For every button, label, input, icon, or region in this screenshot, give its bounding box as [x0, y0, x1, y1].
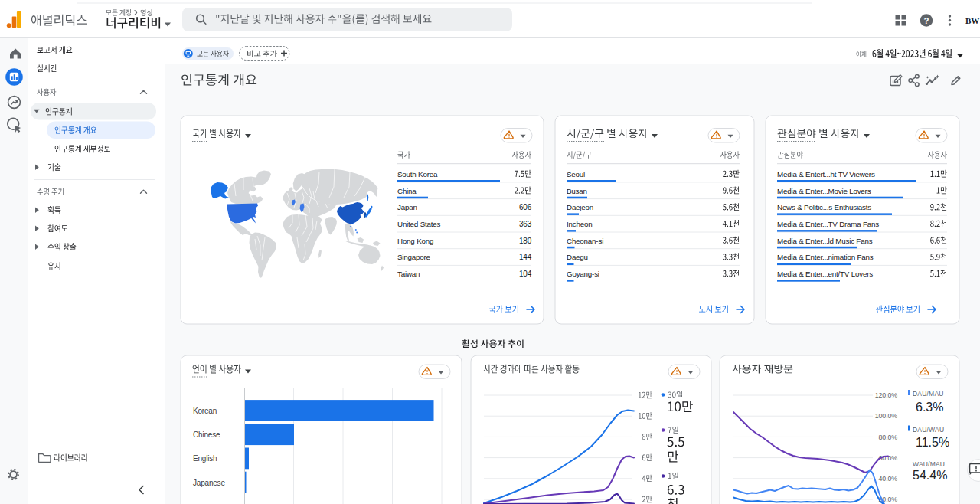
svg-text:Seoul: Seoul — [567, 170, 585, 178]
svg-text:Media & Enter...TV Drama Fans: Media & Enter...TV Drama Fans — [777, 220, 879, 228]
svg-text:China: China — [397, 187, 416, 195]
svg-text:Media & Enter...nimation Fans: Media & Enter...nimation Fans — [777, 253, 874, 261]
svg-text:6.3%: 6.3% — [916, 401, 943, 414]
svg-text:Media & Enter...ld Music Fans: Media & Enter...ld Music Fans — [777, 237, 873, 245]
svg-text:English: English — [193, 454, 217, 463]
svg-text:Busan: Busan — [567, 187, 587, 195]
svg-text:DAU/WAU: DAU/WAU — [913, 426, 944, 434]
svg-text:144: 144 — [519, 253, 532, 261]
svg-text:54.4%: 54.4% — [913, 469, 947, 482]
svg-text:120.0%: 120.0% — [875, 391, 898, 399]
svg-text:DAU/MAU: DAU/MAU — [913, 390, 944, 398]
svg-text:Cheonan-si: Cheonan-si — [567, 237, 603, 245]
svg-text:South Korea: South Korea — [397, 170, 438, 178]
svg-text:Media & Enter...ent/TV Lovers: Media & Enter...ent/TV Lovers — [777, 270, 873, 278]
svg-text:WAU/MAU: WAU/MAU — [913, 460, 945, 468]
svg-text:?: ? — [923, 16, 929, 25]
svg-text:News & Politic...s Enthusiasts: News & Politic...s Enthusiasts — [777, 203, 871, 211]
svg-text:Daegu: Daegu — [567, 253, 588, 261]
svg-text:11.5%: 11.5% — [916, 436, 949, 449]
svg-text:180: 180 — [519, 237, 532, 245]
svg-text:Incheon: Incheon — [567, 220, 592, 228]
svg-text:40.0%: 40.0% — [879, 475, 898, 483]
svg-text:Japan: Japan — [397, 203, 417, 211]
svg-text:100.0%: 100.0% — [875, 412, 898, 420]
svg-text:Media & Entert...ht TV Viewers: Media & Entert...ht TV Viewers — [777, 170, 875, 178]
svg-text:606: 606 — [519, 203, 532, 211]
svg-text:104: 104 — [519, 270, 532, 278]
svg-text:Hong Kong: Hong Kong — [397, 237, 433, 245]
svg-text:Chinese: Chinese — [193, 430, 220, 439]
svg-text:BW: BW — [965, 16, 979, 25]
svg-text:363: 363 — [519, 220, 532, 228]
svg-text:Goyang-si: Goyang-si — [567, 270, 599, 278]
svg-text:United States: United States — [397, 220, 441, 228]
svg-text:Korean: Korean — [193, 407, 217, 415]
svg-text:80.0%: 80.0% — [879, 434, 898, 441]
svg-text:Singapore: Singapore — [397, 253, 431, 261]
svg-text:Japanese: Japanese — [193, 479, 225, 487]
svg-text:Media & Enter...Movie Lovers: Media & Enter...Movie Lovers — [777, 187, 871, 195]
svg-text:Daejeon: Daejeon — [567, 203, 593, 211]
svg-text:Taiwan: Taiwan — [397, 270, 420, 278]
